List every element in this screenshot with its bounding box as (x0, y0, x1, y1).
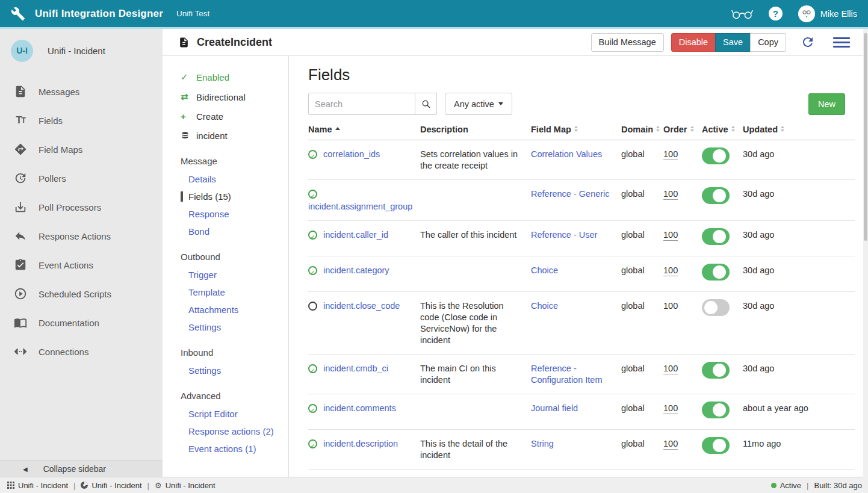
nav-link-template[interactable]: Template (188, 287, 288, 297)
download-icon (13, 200, 28, 214)
field-map-link[interactable]: Correlation Values (531, 149, 602, 159)
field-state-icon (308, 302, 317, 311)
active-toggle[interactable] (702, 264, 730, 281)
nav-link-details[interactable]: Details (188, 174, 288, 184)
active-toggle[interactable] (702, 402, 730, 418)
integration-header[interactable]: U-I Unifi - Incident (0, 29, 163, 64)
field-map-link[interactable]: String (531, 439, 554, 448)
field-updated: 30d ago (743, 300, 855, 346)
nav-link-attachments[interactable]: Attachments (188, 305, 288, 315)
field-name-link[interactable]: incident.caller_id (323, 229, 388, 241)
active-toggle[interactable] (702, 299, 730, 316)
statusbar-tab-2[interactable]: Unifi - Incident (81, 481, 141, 490)
field-map-link[interactable]: Choice (531, 301, 558, 311)
field-name-link[interactable]: incident.assignment_group (308, 201, 412, 212)
help-icon[interactable]: ? (769, 7, 783, 20)
field-description: Sets correlation values in the create re… (420, 149, 531, 172)
sidebar-item-field-maps[interactable]: Field Maps (0, 135, 163, 164)
order-value[interactable]: 100 (663, 265, 678, 276)
column-header-field-map[interactable]: Field Map (531, 125, 621, 134)
copy-button[interactable]: Copy (750, 33, 786, 52)
database-icon (181, 131, 193, 140)
nav-link-response[interactable]: Response (188, 209, 288, 219)
sidebar-item-messages[interactable]: Messages (0, 77, 163, 106)
column-header-active[interactable]: Active (702, 125, 743, 134)
active-toggle[interactable] (702, 187, 730, 204)
integration-sidebar: U-I Unifi - Incident Messages TT Fields … (0, 29, 163, 477)
field-name-link[interactable]: incident.category (323, 265, 389, 276)
active-toggle[interactable] (702, 147, 730, 164)
field-name-link[interactable]: correlation_ids (323, 149, 380, 160)
order-value[interactable]: 100 (663, 364, 678, 374)
table-row: incident.cmdb_ci The main CI on this inc… (308, 355, 855, 394)
sidebar-item-documentation[interactable]: Documentation (0, 308, 163, 337)
order-value[interactable]: 100 (663, 230, 678, 241)
field-map-link[interactable]: Reference - Generic (531, 189, 610, 199)
order-value[interactable]: 100 (663, 403, 678, 414)
statusbar-tab-1[interactable]: Unifi - Incident (7, 481, 68, 490)
nav-link-trigger[interactable]: Trigger (188, 270, 288, 280)
menu-icon[interactable] (833, 35, 850, 50)
sort-icon (781, 126, 784, 132)
field-name-link[interactable]: incident.cmdb_ci (323, 363, 388, 374)
field-description: The caller of this incident (420, 229, 531, 248)
table-status[interactable]: incident (181, 131, 288, 141)
nav-link-response-actions[interactable]: Response actions (2) (188, 426, 288, 436)
vertical-scrollbar[interactable] (863, 29, 868, 479)
scrollbar-thumb[interactable] (864, 33, 867, 241)
field-domain: global (621, 438, 663, 461)
field-map-link[interactable]: Reference - User (531, 230, 597, 240)
active-toggle[interactable] (702, 228, 730, 245)
nav-link-event-actions[interactable]: Event actions (1) (188, 444, 288, 454)
direction-status[interactable]: ⇄ Bidirectional (181, 91, 288, 102)
order-value[interactable]: 100 (663, 301, 678, 311)
save-button[interactable]: Save (715, 33, 751, 52)
active-toggle[interactable] (702, 437, 730, 454)
field-name-link[interactable]: incident.comments (323, 403, 396, 414)
nav-link-fields[interactable]: Fields (15) (181, 191, 288, 202)
column-header-order[interactable]: Order (663, 125, 702, 134)
sidebar-item-poll-processors[interactable]: Poll Processors (0, 193, 163, 222)
disable-button[interactable]: Disable (671, 33, 716, 52)
column-header-description[interactable]: Description (420, 125, 531, 134)
new-field-button[interactable]: New (808, 93, 845, 115)
nav-link-inbound-settings[interactable]: Settings (188, 365, 288, 376)
search-button[interactable] (415, 93, 437, 115)
refresh-icon[interactable] (801, 35, 815, 49)
nav-link-outbound-settings[interactable]: Settings (188, 322, 288, 332)
field-name-link[interactable]: incident.close_code (323, 300, 400, 312)
column-header-domain[interactable]: Domain (621, 125, 663, 134)
integration-name: Unifi - Incident (48, 46, 105, 56)
message-title: CreateIncident (178, 36, 272, 49)
field-name-link[interactable]: incident.description (323, 438, 398, 450)
sidebar-item-response-actions[interactable]: Response Actions (0, 222, 163, 250)
text-icon: TT (13, 113, 28, 128)
sidebar-item-event-actions[interactable]: Event Actions (0, 250, 163, 279)
active-toggle[interactable] (702, 362, 730, 379)
collapse-sidebar-button[interactable]: ◀ Collapse sidebar (0, 460, 163, 477)
field-map-link[interactable]: Reference - Configuration Item (531, 364, 602, 385)
enabled-status[interactable]: ✓ Enabled (181, 72, 288, 82)
order-value[interactable]: 100 (663, 439, 678, 450)
reader-glasses-icon[interactable] (731, 7, 753, 20)
build-message-button[interactable]: Build Message (591, 33, 664, 52)
sidebar-item-pollers[interactable]: Pollers (0, 164, 163, 193)
statusbar-tab-3[interactable]: ⚙ Unifi - Incident (155, 481, 215, 490)
type-status[interactable]: + Create (181, 111, 288, 122)
sidebar-item-fields[interactable]: TT Fields (0, 106, 163, 135)
sidebar-item-connections[interactable]: Connections (0, 337, 163, 366)
active-filter-dropdown[interactable]: Any active (445, 93, 512, 115)
order-value[interactable]: 100 (663, 149, 678, 160)
field-map-link[interactable]: Journal field (531, 403, 578, 413)
search-input[interactable] (308, 93, 415, 115)
field-map-link[interactable]: Choice (531, 265, 558, 275)
environment-name[interactable]: Unifi Test (176, 9, 209, 18)
user-menu[interactable]: Mike Ellis (798, 5, 857, 22)
column-header-name[interactable]: Name (308, 125, 420, 134)
column-header-updated[interactable]: Updated (743, 125, 855, 134)
sidebar-item-scheduled-scripts[interactable]: Scheduled Scripts (0, 279, 163, 308)
order-value[interactable]: 100 (663, 189, 678, 200)
nav-link-bond[interactable]: Bond (188, 226, 288, 237)
pie-icon (81, 482, 88, 489)
nav-link-script-editor[interactable]: Script Editor (188, 409, 288, 419)
